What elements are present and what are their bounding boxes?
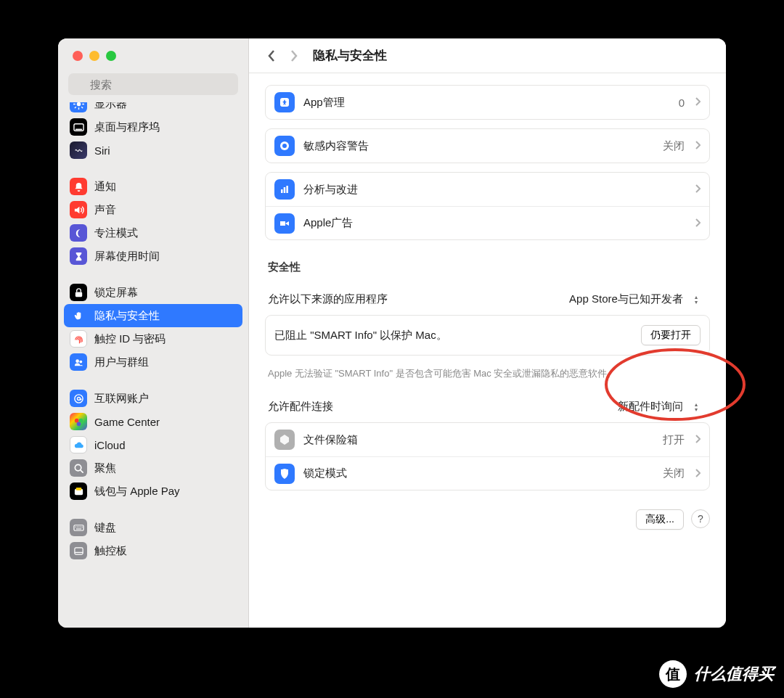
sidebar-item-6[interactable]: 专注模式 xyxy=(64,221,242,245)
row-label: 文件保险箱 xyxy=(303,433,654,447)
zoom-window-button[interactable] xyxy=(106,51,116,61)
row-label: 敏感内容警告 xyxy=(303,139,654,153)
app-management-icon xyxy=(274,92,295,112)
chevron-right-icon xyxy=(695,140,701,152)
row-label: App管理 xyxy=(303,96,670,110)
svg-point-19 xyxy=(74,418,78,422)
minimize-window-button[interactable] xyxy=(89,51,99,61)
sidebar-item-17[interactable]: 聚焦 xyxy=(64,456,242,480)
row-app-management[interactable]: App管理 0 xyxy=(265,85,710,120)
sidebar-item-label: 钱包与 Apple Pay xyxy=(94,485,180,498)
svg-line-9 xyxy=(74,107,75,108)
sidebar-item-10[interactable]: 隐私与安全性 xyxy=(64,304,242,327)
row-label: 允许配件连接 xyxy=(268,400,333,414)
search-icon xyxy=(70,459,87,477)
sun-icon xyxy=(70,102,87,112)
settings-window: 显示器桌面与程序坞Siri通知声音专注模式屏幕使用时间锁定屏幕隐私与安全性触控 … xyxy=(58,38,726,628)
hourglass-icon xyxy=(70,247,87,265)
svg-rect-30 xyxy=(80,526,81,527)
sidebar-item-12[interactable]: 用户与群组 xyxy=(64,350,242,374)
row-value: 打开 xyxy=(663,433,685,447)
row-sensitive-content[interactable]: 敏感内容警告 关闭 xyxy=(265,128,710,163)
cloud-icon xyxy=(70,436,87,453)
content-scroll[interactable]: App管理 0 敏感内容警告 关闭 分析与改进 xyxy=(249,73,726,628)
svg-rect-38 xyxy=(284,187,286,193)
sidebar-item-label: Siri xyxy=(94,144,110,157)
nav-forward-button[interactable] xyxy=(285,45,303,67)
page-title: 隐私与安全性 xyxy=(313,47,387,64)
stepper-icon[interactable]: ▴▾ xyxy=(690,295,701,305)
row-lockdown-mode[interactable]: 锁定模式 关闭 xyxy=(266,456,709,490)
svg-point-2 xyxy=(76,102,81,106)
sidebar-nav-list[interactable]: 显示器桌面与程序坞Siri通知声音专注模式屏幕使用时间锁定屏幕隐私与安全性触控 … xyxy=(58,102,248,628)
row-analytics[interactable]: 分析与改进 xyxy=(266,173,709,206)
row-apple-ads[interactable]: Apple广告 xyxy=(266,206,709,239)
users-icon xyxy=(70,353,87,371)
sidebar-item-16[interactable]: iCloud xyxy=(64,433,242,456)
sidebar-item-label: Game Center xyxy=(94,416,160,428)
fingerprint-icon xyxy=(70,330,87,348)
svg-rect-29 xyxy=(78,526,79,527)
main-pane: 隐私与安全性 App管理 0 敏感内容警告 关闭 xyxy=(249,38,726,628)
sidebar-item-4[interactable]: 通知 xyxy=(64,175,242,198)
siri-icon xyxy=(70,141,87,159)
allow-app-sources-row[interactable]: 允许以下来源的应用程序 App Store与已知开发者 ▴▾ xyxy=(265,283,710,315)
row-filevault[interactable]: 文件保险箱 打开 xyxy=(266,423,709,456)
window-controls xyxy=(58,38,248,73)
blocked-app-row: 已阻止 "SMART Info" 以保护 Mac。 仍要打开 xyxy=(266,316,709,355)
nav-back-button[interactable] xyxy=(262,45,281,67)
sidebar-item-label: 通知 xyxy=(94,180,116,194)
sidebar-item-14[interactable]: 互联网账户 xyxy=(64,387,242,410)
svg-rect-25 xyxy=(75,487,81,490)
sidebar-item-label: 用户与群组 xyxy=(94,356,149,369)
sensitive-content-icon xyxy=(274,136,295,156)
sidebar-item-label: 锁定屏幕 xyxy=(94,286,138,300)
lock-icon xyxy=(70,284,87,301)
sidebar-item-label: 桌面与程序坞 xyxy=(94,120,160,134)
sidebar-item-15[interactable]: Game Center xyxy=(64,410,242,433)
row-label: 锁定模式 xyxy=(303,467,654,480)
svg-rect-39 xyxy=(286,186,288,193)
bell-icon xyxy=(70,178,87,195)
chevron-right-icon xyxy=(695,184,701,195)
search-input[interactable] xyxy=(68,73,238,95)
moon-icon xyxy=(70,224,87,242)
sidebar-item-1[interactable]: 桌面与程序坞 xyxy=(64,115,242,139)
svg-rect-12 xyxy=(75,128,81,130)
svg-rect-32 xyxy=(75,528,81,529)
svg-rect-26 xyxy=(73,525,83,530)
allow-accessories-row[interactable]: 允许配件连接 新配件时询问 ▴▾ xyxy=(265,390,710,422)
sidebar-item-9[interactable]: 锁定屏幕 xyxy=(64,281,242,304)
svg-rect-37 xyxy=(281,189,283,193)
blocked-app-text: 已阻止 "SMART Info" 以保护 Mac。 xyxy=(274,329,632,342)
sidebar-item-7[interactable]: 屏幕使用时间 xyxy=(64,245,242,268)
help-button[interactable]: ? xyxy=(691,509,710,528)
sidebar-item-20[interactable]: 键盘 xyxy=(64,516,242,539)
sidebar-item-2[interactable]: Siri xyxy=(64,139,242,162)
svg-rect-31 xyxy=(81,526,82,527)
advanced-button[interactable]: 高级... xyxy=(636,509,684,530)
blocked-app-hint: Apple 无法验证 "SMART Info" 是否包含可能危害 Mac 安全或… xyxy=(265,364,710,390)
hand-icon xyxy=(70,307,87,324)
svg-point-16 xyxy=(79,360,82,363)
dock-icon xyxy=(70,118,87,136)
sidebar-item-label: 显示器 xyxy=(94,102,127,111)
sidebar-item-0[interactable]: 显示器 xyxy=(64,102,242,115)
sidebar-item-21[interactable]: 触控板 xyxy=(64,539,242,562)
at-icon xyxy=(70,390,87,407)
lockdown-icon xyxy=(274,464,295,484)
analytics-icon xyxy=(274,179,295,200)
svg-point-15 xyxy=(75,359,79,363)
svg-line-23 xyxy=(81,470,83,472)
sidebar-item-18[interactable]: 钱包与 Apple Pay xyxy=(64,480,242,503)
sidebar-item-11[interactable]: 触控 ID 与密码 xyxy=(64,327,242,350)
allow-accessories-value: 新配件时询问 xyxy=(618,400,683,412)
sidebar-item-label: 触控 ID 与密码 xyxy=(94,332,166,346)
watermark-text: 什么值得买 xyxy=(694,663,774,685)
speaker-icon xyxy=(70,201,87,218)
sidebar-item-5[interactable]: 声音 xyxy=(64,198,242,221)
open-anyway-button[interactable]: 仍要打开 xyxy=(641,325,701,345)
close-window-button[interactable] xyxy=(73,51,83,61)
sidebar-item-label: 触控板 xyxy=(94,544,127,558)
stepper-icon[interactable]: ▴▾ xyxy=(690,402,701,412)
